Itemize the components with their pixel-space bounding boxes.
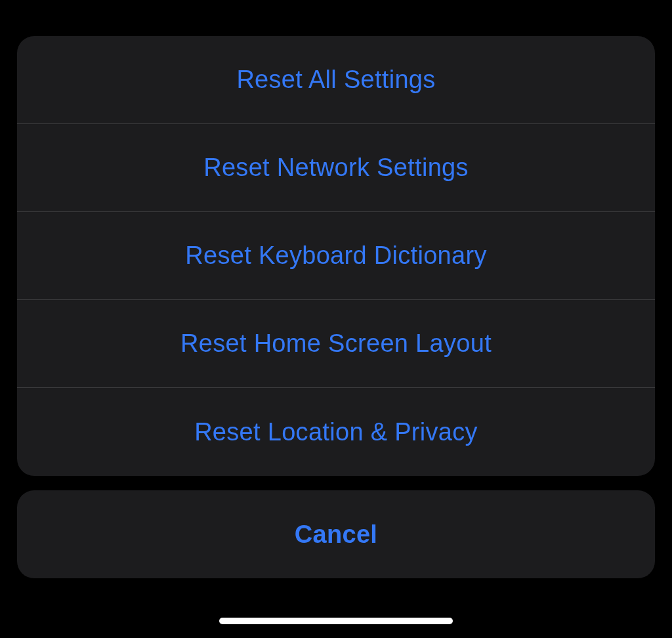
cancel-button[interactable]: Cancel bbox=[17, 490, 655, 578]
action-label: Reset Network Settings bbox=[203, 154, 469, 182]
reset-action-sheet: Reset All Settings Reset Network Setting… bbox=[17, 36, 655, 476]
reset-home-screen-layout-button[interactable]: Reset Home Screen Layout bbox=[17, 300, 655, 388]
reset-location-privacy-button[interactable]: Reset Location & Privacy bbox=[17, 388, 655, 476]
action-label: Reset All Settings bbox=[236, 66, 435, 94]
action-label: Reset Keyboard Dictionary bbox=[185, 242, 487, 270]
cancel-group: Cancel bbox=[17, 490, 655, 578]
cancel-label: Cancel bbox=[295, 521, 377, 549]
home-indicator[interactable] bbox=[219, 618, 453, 624]
reset-network-settings-button[interactable]: Reset Network Settings bbox=[17, 124, 655, 212]
action-label: Reset Location & Privacy bbox=[194, 418, 478, 446]
action-label: Reset Home Screen Layout bbox=[180, 330, 492, 358]
reset-keyboard-dictionary-button[interactable]: Reset Keyboard Dictionary bbox=[17, 212, 655, 300]
reset-all-settings-button[interactable]: Reset All Settings bbox=[17, 36, 655, 124]
